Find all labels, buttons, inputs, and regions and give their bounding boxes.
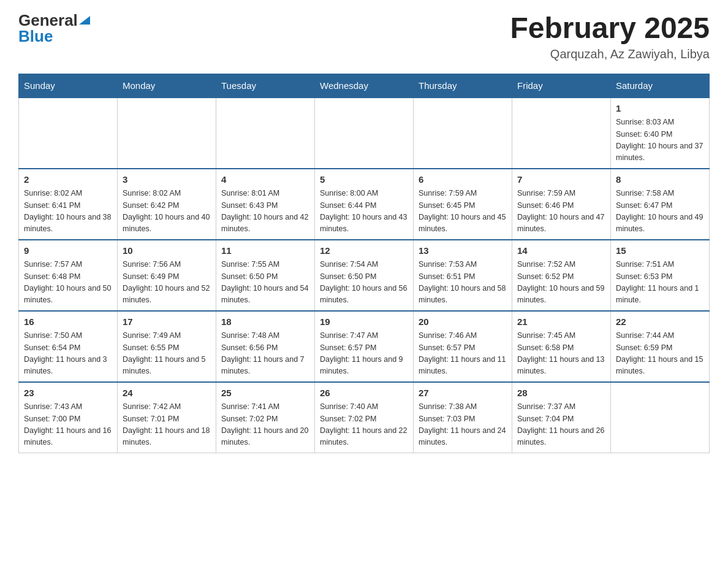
table-row [216, 98, 315, 169]
table-row: 6Sunrise: 7:59 AMSunset: 6:45 PMDaylight… [414, 169, 512, 240]
table-row: 12Sunrise: 7:54 AMSunset: 6:50 PMDayligh… [315, 240, 414, 311]
day-number: 28 [517, 386, 605, 400]
table-row [414, 98, 512, 169]
table-row: 16Sunrise: 7:50 AMSunset: 6:54 PMDayligh… [19, 311, 118, 382]
month-title: February 2025 [510, 12, 710, 45]
day-info: Sunrise: 8:00 AMSunset: 6:44 PMDaylight:… [320, 188, 408, 236]
day-number: 27 [419, 386, 507, 400]
table-row [611, 382, 710, 453]
svg-marker-0 [79, 16, 90, 25]
day-info: Sunrise: 7:51 AMSunset: 6:53 PMDaylight:… [616, 259, 704, 307]
day-number: 3 [123, 173, 211, 187]
day-number: 17 [123, 315, 211, 329]
table-row: 10Sunrise: 7:56 AMSunset: 6:49 PMDayligh… [118, 240, 216, 311]
weekday-header-row: Sunday Monday Tuesday Wednesday Thursday… [19, 74, 710, 98]
table-row: 24Sunrise: 7:42 AMSunset: 7:01 PMDayligh… [118, 382, 216, 453]
day-number: 6 [419, 173, 507, 187]
table-row: 11Sunrise: 7:55 AMSunset: 6:50 PMDayligh… [216, 240, 315, 311]
table-row: 17Sunrise: 7:49 AMSunset: 6:55 PMDayligh… [118, 311, 216, 382]
day-number: 8 [616, 173, 704, 187]
table-row [315, 98, 414, 169]
day-number: 1 [616, 102, 704, 116]
day-info: Sunrise: 7:56 AMSunset: 6:49 PMDaylight:… [123, 259, 211, 307]
logo-general-text: General [18, 12, 78, 28]
title-area: February 2025 Qarquzah, Az Zawiyah, Liby… [510, 12, 710, 61]
day-number: 10 [123, 244, 211, 258]
table-row [512, 98, 611, 169]
day-info: Sunrise: 7:40 AMSunset: 7:02 PMDaylight:… [320, 401, 408, 449]
day-info: Sunrise: 7:52 AMSunset: 6:52 PMDaylight:… [517, 259, 605, 307]
day-number: 19 [320, 315, 408, 329]
table-row: 22Sunrise: 7:44 AMSunset: 6:59 PMDayligh… [611, 311, 710, 382]
day-number: 26 [320, 386, 408, 400]
day-number: 13 [419, 244, 507, 258]
header-friday: Friday [512, 74, 611, 98]
day-info: Sunrise: 7:45 AMSunset: 6:58 PMDaylight:… [517, 330, 605, 378]
week-row-4: 16Sunrise: 7:50 AMSunset: 6:54 PMDayligh… [19, 311, 710, 382]
day-info: Sunrise: 7:50 AMSunset: 6:54 PMDaylight:… [24, 330, 112, 378]
header-sunday: Sunday [19, 74, 118, 98]
day-info: Sunrise: 7:38 AMSunset: 7:03 PMDaylight:… [419, 401, 507, 449]
day-number: 14 [517, 244, 605, 258]
day-info: Sunrise: 7:46 AMSunset: 6:57 PMDaylight:… [419, 330, 507, 378]
table-row: 2Sunrise: 8:02 AMSunset: 6:41 PMDaylight… [19, 169, 118, 240]
day-number: 22 [616, 315, 704, 329]
header-monday: Monday [118, 74, 216, 98]
day-number: 20 [419, 315, 507, 329]
day-info: Sunrise: 8:02 AMSunset: 6:42 PMDaylight:… [123, 188, 211, 236]
day-number: 24 [123, 386, 211, 400]
table-row: 9Sunrise: 7:57 AMSunset: 6:48 PMDaylight… [19, 240, 118, 311]
table-row: 4Sunrise: 8:01 AMSunset: 6:43 PMDaylight… [216, 169, 315, 240]
page-header: General Blue February 2025 Qarquzah, Az … [18, 12, 710, 61]
day-number: 25 [221, 386, 309, 400]
week-row-2: 2Sunrise: 8:02 AMSunset: 6:41 PMDaylight… [19, 169, 710, 240]
day-info: Sunrise: 7:53 AMSunset: 6:51 PMDaylight:… [419, 259, 507, 307]
day-info: Sunrise: 7:54 AMSunset: 6:50 PMDaylight:… [320, 259, 408, 307]
day-info: Sunrise: 7:44 AMSunset: 6:59 PMDaylight:… [616, 330, 704, 378]
table-row: 25Sunrise: 7:41 AMSunset: 7:02 PMDayligh… [216, 382, 315, 453]
table-row: 7Sunrise: 7:59 AMSunset: 6:46 PMDaylight… [512, 169, 611, 240]
table-row: 5Sunrise: 8:00 AMSunset: 6:44 PMDaylight… [315, 169, 414, 240]
header-thursday: Thursday [414, 74, 512, 98]
day-number: 23 [24, 386, 112, 400]
day-number: 15 [616, 244, 704, 258]
day-info: Sunrise: 7:59 AMSunset: 6:46 PMDaylight:… [517, 188, 605, 236]
table-row: 15Sunrise: 7:51 AMSunset: 6:53 PMDayligh… [611, 240, 710, 311]
table-row: 28Sunrise: 7:37 AMSunset: 7:04 PMDayligh… [512, 382, 611, 453]
day-number: 7 [517, 173, 605, 187]
header-tuesday: Tuesday [216, 74, 315, 98]
table-row: 18Sunrise: 7:48 AMSunset: 6:56 PMDayligh… [216, 311, 315, 382]
table-row [19, 98, 118, 169]
day-info: Sunrise: 7:42 AMSunset: 7:01 PMDaylight:… [123, 401, 211, 449]
week-row-1: 1Sunrise: 8:03 AMSunset: 6:40 PMDaylight… [19, 98, 710, 169]
week-row-3: 9Sunrise: 7:57 AMSunset: 6:48 PMDaylight… [19, 240, 710, 311]
day-number: 5 [320, 173, 408, 187]
table-row: 21Sunrise: 7:45 AMSunset: 6:58 PMDayligh… [512, 311, 611, 382]
table-row: 26Sunrise: 7:40 AMSunset: 7:02 PMDayligh… [315, 382, 414, 453]
day-number: 18 [221, 315, 309, 329]
table-row: 27Sunrise: 7:38 AMSunset: 7:03 PMDayligh… [414, 382, 512, 453]
table-row: 13Sunrise: 7:53 AMSunset: 6:51 PMDayligh… [414, 240, 512, 311]
table-row: 23Sunrise: 7:43 AMSunset: 7:00 PMDayligh… [19, 382, 118, 453]
week-row-5: 23Sunrise: 7:43 AMSunset: 7:00 PMDayligh… [19, 382, 710, 453]
day-number: 4 [221, 173, 309, 187]
location-title: Qarquzah, Az Zawiyah, Libya [510, 47, 710, 61]
table-row: 1Sunrise: 8:03 AMSunset: 6:40 PMDaylight… [611, 98, 710, 169]
day-number: 9 [24, 244, 112, 258]
day-info: Sunrise: 8:02 AMSunset: 6:41 PMDaylight:… [24, 188, 112, 236]
day-number: 16 [24, 315, 112, 329]
day-number: 2 [24, 173, 112, 187]
day-info: Sunrise: 7:49 AMSunset: 6:55 PMDaylight:… [123, 330, 211, 378]
day-info: Sunrise: 8:03 AMSunset: 6:40 PMDaylight:… [616, 117, 704, 164]
table-row: 20Sunrise: 7:46 AMSunset: 6:57 PMDayligh… [414, 311, 512, 382]
logo: General Blue [18, 12, 90, 44]
day-info: Sunrise: 7:41 AMSunset: 7:02 PMDaylight:… [221, 401, 309, 449]
table-row: 14Sunrise: 7:52 AMSunset: 6:52 PMDayligh… [512, 240, 611, 311]
calendar-table: Sunday Monday Tuesday Wednesday Thursday… [18, 74, 710, 453]
day-number: 11 [221, 244, 309, 258]
day-info: Sunrise: 7:47 AMSunset: 6:57 PMDaylight:… [320, 330, 408, 378]
header-saturday: Saturday [611, 74, 710, 98]
table-row: 19Sunrise: 7:47 AMSunset: 6:57 PMDayligh… [315, 311, 414, 382]
day-number: 21 [517, 315, 605, 329]
day-info: Sunrise: 7:37 AMSunset: 7:04 PMDaylight:… [517, 401, 605, 449]
